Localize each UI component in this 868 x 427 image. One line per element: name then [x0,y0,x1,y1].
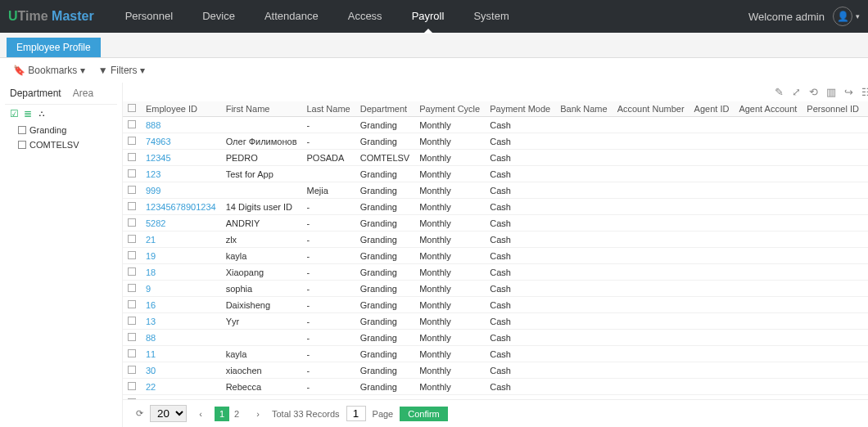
row-checkbox[interactable] [128,366,136,374]
table-row[interactable]: 9sophia-GrandingMonthlyCash✎ [123,281,868,297]
row-edit-icon[interactable]: ✎ [864,330,868,346]
table-row[interactable]: 22Rebecca-GrandingMonthlyCash✎ [123,379,868,395]
row-checkbox[interactable] [128,235,136,243]
row-edit-icon[interactable]: ✎ [864,264,868,281]
nav-system[interactable]: System [459,0,523,33]
tree-item-comtelsv[interactable]: COMTELSV [5,137,117,152]
employee-id-link[interactable]: 18 [146,267,156,277]
expand-icon[interactable]: ⤢ [792,86,801,98]
row-checkbox[interactable] [128,153,136,161]
col-bank-name[interactable]: Bank Name [555,101,612,117]
page-1[interactable]: 1 [215,407,229,421]
employee-id-link[interactable]: 5282 [146,218,165,228]
bookmarks-button[interactable]: 🔖 Bookmarks ▾ [13,65,85,76]
row-edit-icon[interactable]: ✎ [864,166,868,182]
table-row[interactable]: 74963Олег Филимонов-GrandingMonthlyCash✎ [123,133,868,150]
row-edit-icon[interactable]: ✎ [864,281,868,297]
col-agent-account[interactable]: Agent Account [734,101,802,117]
row-checkbox[interactable] [128,349,136,357]
row-edit-icon[interactable]: ✎ [864,297,868,313]
row-checkbox[interactable] [128,251,136,259]
table-row[interactable]: 123Test for AppGrandingMonthlyCash✎ [123,166,868,182]
export-icon[interactable]: ↪ [844,86,853,98]
tree-check-icon[interactable]: ☑ [10,108,19,119]
nav-attendance[interactable]: Attendance [250,0,333,33]
employee-id-link[interactable]: 11 [146,349,156,359]
tree-org-icon[interactable]: ⛬ [37,108,47,119]
employee-id-link[interactable]: 888 [146,120,160,130]
row-edit-icon[interactable]: ✎ [864,231,868,248]
row-edit-icon[interactable]: ✎ [864,346,868,362]
tree-tab-department[interactable]: Department [10,88,61,99]
reload-icon[interactable]: ⟳ [136,408,143,419]
table-row[interactable]: 12345PEDROPOSADACOMTELSVMonthlyCash✎ [123,150,868,166]
tree-list-icon[interactable]: ≣ [24,108,32,119]
table-row[interactable]: 21zlx-GrandingMonthlyCash✎ [123,231,868,248]
table-row[interactable]: 16Daixisheng-GrandingMonthlyCash✎ [123,297,868,313]
row-edit-icon[interactable]: ✎ [864,133,868,150]
row-checkbox[interactable] [128,218,136,227]
nav-device[interactable]: Device [188,0,250,33]
col-last-name[interactable]: Last Name [301,101,355,117]
employee-id-link[interactable]: 22 [146,382,156,392]
row-edit-icon[interactable]: ✎ [864,248,868,264]
user-avatar-icon[interactable]: 👤 [833,7,852,26]
row-checkbox[interactable] [128,186,136,194]
page-2[interactable]: 2 [229,407,244,421]
prev-page-button[interactable]: ‹ [193,407,208,421]
row-edit-icon[interactable]: ✎ [864,379,868,395]
row-checkbox[interactable] [128,317,136,325]
row-checkbox[interactable] [128,169,136,178]
row-checkbox[interactable] [128,202,136,210]
row-edit-icon[interactable]: ✎ [864,215,868,231]
col-employee-id[interactable]: Employee ID [141,101,221,117]
col-first-name[interactable]: First Name [221,101,302,117]
filters-button[interactable]: ▼ Filters ▾ [98,65,145,76]
checkbox-icon[interactable] [18,126,26,134]
row-edit-icon[interactable]: ✎ [864,117,868,133]
employee-id-link[interactable]: 9 [146,284,151,294]
user-menu-caret-icon[interactable]: ▾ [856,12,860,20]
select-all-checkbox[interactable] [128,104,136,112]
row-edit-icon[interactable]: ✎ [864,182,868,199]
row-edit-icon[interactable]: ✎ [864,313,868,330]
table-row[interactable]: 5282ANDRIY-GrandingMonthlyCash✎ [123,215,868,231]
employee-id-link[interactable]: 12345678901234 [146,202,216,212]
table-row[interactable]: 1234567890123414 Digits user ID-Granding… [123,199,868,215]
row-checkbox[interactable] [128,137,136,145]
row-checkbox[interactable] [128,382,136,390]
confirm-button[interactable]: Confirm [400,407,448,421]
table-row[interactable]: 30xiaochen-GrandingMonthlyCash✎ [123,362,868,379]
nav-access[interactable]: Access [333,0,397,33]
col-payment-cycle[interactable]: Payment Cycle [414,101,485,117]
columns-icon[interactable]: ▥ [826,86,836,98]
row-edit-icon[interactable]: ✎ [864,150,868,166]
employee-id-link[interactable]: 88 [146,333,156,343]
employee-id-link[interactable]: 21 [146,235,156,245]
employee-id-link[interactable]: 12345 [146,153,171,163]
employee-id-link[interactable]: 74963 [146,137,171,146]
employee-id-link[interactable]: 13 [146,317,156,326]
table-row[interactable]: 11kayla-GrandingMonthlyCash✎ [123,346,868,362]
employee-id-link[interactable]: 16 [146,300,156,310]
col-department[interactable]: Department [355,101,415,117]
col-agent-id[interactable]: Agent ID [689,101,735,117]
table-row[interactable]: 999MejiaGrandingMonthlyCash✎ [123,182,868,199]
col-account-number[interactable]: Account Number [613,101,689,117]
tab-employee-profile[interactable]: Employee Profile [7,38,101,57]
employee-id-link[interactable]: 19 [146,251,156,261]
tree-tab-area[interactable]: Area [73,88,93,99]
row-checkbox[interactable] [128,333,136,341]
row-checkbox[interactable] [128,267,136,276]
goto-page-input[interactable] [346,406,366,421]
next-page-button[interactable]: › [251,407,265,421]
employee-id-link[interactable]: 999 [146,186,160,196]
refresh-icon[interactable]: ⟲ [809,86,818,98]
table-row[interactable]: 88-GrandingMonthlyCash✎ [123,330,868,346]
tree-item-granding[interactable]: Granding [5,123,117,137]
table-row[interactable]: 888-GrandingMonthlyCash✎ [123,117,868,133]
settings-icon[interactable]: ☷ [861,86,868,98]
nav-personnel[interactable]: Personnel [111,0,188,33]
col-personnel-id[interactable]: Personnel ID [802,101,864,117]
nav-payroll[interactable]: Payroll [397,0,459,33]
